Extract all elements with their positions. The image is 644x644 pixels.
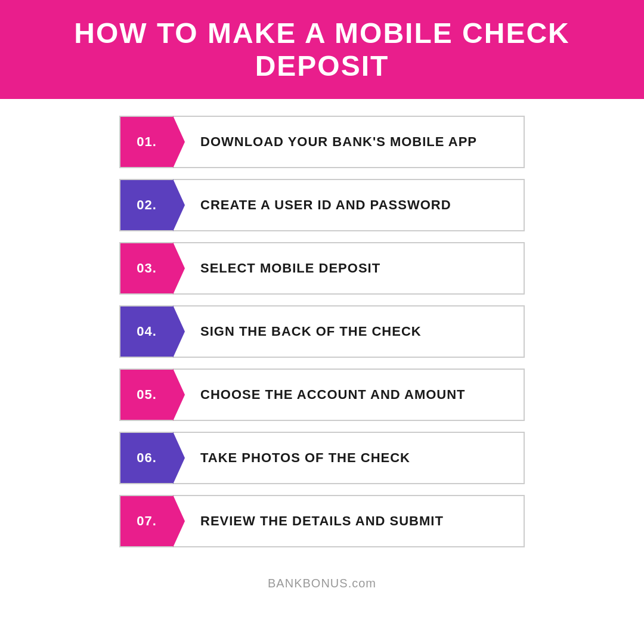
step-number-01: 01.	[120, 117, 173, 167]
step-number-07: 07.	[120, 496, 173, 546]
step-label-text-04: SIGN THE BACK OF THE CHECK	[200, 324, 422, 339]
step-number-text-03: 03.	[137, 261, 157, 276]
step-number-text-02: 02.	[137, 197, 157, 213]
step-row-07: 07.REVIEW THE DETAILS AND SUBMIT	[119, 495, 525, 547]
step-row-06: 06.TAKE PHOTOS OF THE CHECK	[119, 432, 525, 484]
step-label-02: CREATE A USER ID AND PASSWORD	[173, 180, 524, 230]
step-number-text-01: 01.	[137, 134, 157, 150]
step-label-text-05: CHOOSE THE ACCOUNT AND AMOUNT	[200, 387, 466, 402]
step-number-04: 04.	[120, 306, 173, 357]
step-row-03: 03.SELECT MOBILE DEPOSIT	[119, 242, 525, 295]
step-number-03: 03.	[120, 243, 173, 293]
step-row-05: 05.CHOOSE THE ACCOUNT AND AMOUNT	[119, 369, 525, 421]
step-number-text-06: 06.	[137, 450, 157, 466]
step-number-06: 06.	[120, 433, 173, 483]
step-number-text-04: 04.	[137, 324, 157, 339]
step-number-text-07: 07.	[137, 513, 157, 529]
step-row-01: 01.DOWNLOAD YOUR BANK'S MOBILE APP	[119, 116, 525, 168]
step-label-07: REVIEW THE DETAILS AND SUBMIT	[173, 496, 524, 546]
step-label-text-01: DOWNLOAD YOUR BANK'S MOBILE APP	[200, 134, 477, 150]
page-title: HOW TO MAKE A MOBILE CHECK DEPOSIT	[24, 17, 620, 82]
step-label-05: CHOOSE THE ACCOUNT AND AMOUNT	[173, 370, 524, 420]
step-row-04: 04.SIGN THE BACK OF THE CHECK	[119, 305, 525, 358]
step-label-01: DOWNLOAD YOUR BANK'S MOBILE APP	[173, 117, 524, 167]
step-label-text-02: CREATE A USER ID AND PASSWORD	[200, 197, 451, 213]
step-number-05: 05.	[120, 370, 173, 420]
brand-name: BANKBONUS.com	[0, 570, 644, 592]
step-number-text-05: 05.	[137, 387, 157, 402]
footer: BANKBONUS.com	[0, 564, 644, 592]
step-label-text-07: REVIEW THE DETAILS AND SUBMIT	[200, 513, 444, 529]
step-row-02: 02.CREATE A USER ID AND PASSWORD	[119, 179, 525, 231]
step-label-03: SELECT MOBILE DEPOSIT	[173, 243, 524, 293]
step-label-text-03: SELECT MOBILE DEPOSIT	[200, 261, 380, 276]
step-number-02: 02.	[120, 180, 173, 230]
step-label-04: SIGN THE BACK OF THE CHECK	[173, 306, 524, 357]
step-label-text-06: TAKE PHOTOS OF THE CHECK	[200, 450, 410, 466]
step-label-06: TAKE PHOTOS OF THE CHECK	[173, 433, 524, 483]
header: HOW TO MAKE A MOBILE CHECK DEPOSIT	[0, 0, 644, 99]
steps-container: 01.DOWNLOAD YOUR BANK'S MOBILE APP02.CRE…	[0, 99, 644, 564]
